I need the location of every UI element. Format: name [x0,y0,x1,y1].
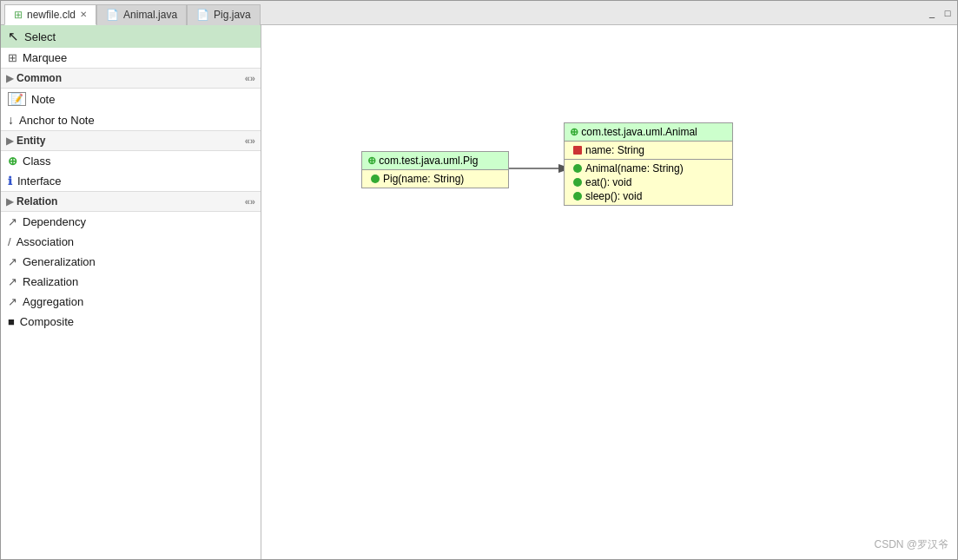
watermark: CSDN @罗汉爷 [874,537,948,552]
animal-constructor-visibility-icon [573,164,582,173]
animal-constructor: Animal(name: String) [570,161,727,175]
realization-label: Realization [23,275,78,288]
animal-field-name: name: String [570,143,727,157]
animal-eat-visibility-icon [573,178,582,187]
generalization-tool[interactable]: ↗ Generalization [1,252,261,272]
select-label: Select [24,30,56,43]
section-common-label: Common [17,72,62,84]
composite-icon: ■ [8,315,15,328]
sidebar: ↖ Select ⊞ Marquee ▶ Common «» 📝 Note [1,25,261,559]
section-common-fold-icon: ▶ [6,73,13,84]
window-controls: _ □ [926,7,954,19]
select-tool[interactable]: ↖ Select [1,25,261,48]
pig-constructor: Pig(name: String) [367,172,503,186]
association-icon: / [8,235,11,248]
tab-label-newfile: newfile.cld [27,9,76,21]
section-entity-fold-icon: ▶ [6,135,13,147]
animal-field-name-text: name: String [585,144,644,156]
pig-class-header: ⊕ com.test.java.uml.Pig [362,152,508,170]
grid-icon: ⊞ [14,9,23,21]
tab-close-newfile[interactable]: ✕ [80,10,87,19]
class-icon: ⊕ [8,155,17,168]
animal-class-icon: ⊕ [570,126,578,138]
pig-constructor-visibility-icon [371,175,380,183]
section-common-left: ▶ Common [6,72,62,84]
anchor-to-note-tool[interactable]: ↓ Anchor to Note [1,109,261,130]
title-bar: ⊞ newfile.cld ✕ 📄 Animal.java 📄 Pig.java… [1,1,957,25]
interface-icon: ℹ [8,175,12,188]
maximize-button[interactable]: □ [941,7,954,19]
section-entity-left: ▶ Entity [6,135,45,147]
pig-methods-section: Pig(name: String) [362,170,508,188]
tab-pig[interactable]: 📄 Pig.java [187,4,261,25]
section-relation-fold-icon: ▶ [6,196,13,208]
file-icon-pig: 📄 [196,9,209,21]
pig-class[interactable]: ⊕ com.test.java.uml.Pig Pig(name: String… [361,151,509,188]
marquee-label: Marquee [23,51,67,64]
interface-tool[interactable]: ℹ Interface [1,171,261,191]
tab-animal[interactable]: 📄 Animal.java [96,4,187,25]
minimize-button[interactable]: _ [926,7,938,19]
aggregation-label: Aggregation [23,295,83,308]
animal-class-name: com.test.java.uml.Animal [581,126,697,138]
cursor-icon: ↖ [8,29,19,44]
tab-newfile[interactable]: ⊞ newfile.cld ✕ [4,4,96,25]
interface-label: Interface [17,175,62,188]
animal-sleep-text: sleep(): void [585,190,642,202]
note-icon: 📝 [8,92,26,106]
canvas-content: ⊕ com.test.java.uml.Pig Pig(name: String… [261,25,957,559]
section-common-header[interactable]: ▶ Common «» [1,68,261,89]
animal-constructor-text: Animal(name: String) [585,162,684,175]
section-relation-left: ▶ Relation [6,195,57,208]
section-entity-label: Entity [17,135,45,147]
file-icon-animal: 📄 [106,9,119,21]
animal-methods-section: Animal(name: String) eat(): void sleep()… [565,160,732,205]
aggregation-tool[interactable]: ↗ Aggregation [1,292,261,312]
class-tool[interactable]: ⊕ Class [1,151,261,171]
association-tool[interactable]: / Association [1,232,261,252]
class-label: Class [23,155,51,168]
section-relation-header[interactable]: ▶ Relation «» [1,191,261,212]
composite-tool[interactable]: ■ Composite [1,312,261,332]
anchor-icon: ↓ [8,113,14,127]
section-relation-label: Relation [17,195,57,208]
note-tool[interactable]: 📝 Note [1,89,261,109]
marquee-tool[interactable]: ⊞ Marquee [1,48,261,68]
pig-constructor-text: Pig(name: String) [383,173,464,185]
note-label: Note [31,93,55,106]
aggregation-icon: ↗ [8,295,17,308]
animal-class-header: ⊕ com.test.java.uml.Animal [565,123,732,142]
animal-method-sleep: sleep(): void [570,189,727,203]
realization-icon: ↗ [8,275,17,288]
dependency-tool[interactable]: ↗ Dependency [1,212,261,232]
marquee-icon: ⊞ [8,51,17,64]
section-entity-collapse-icon: «» [245,135,255,146]
generalization-label: Generalization [23,255,96,268]
tab-bar: ⊞ newfile.cld ✕ 📄 Animal.java 📄 Pig.java [4,1,926,25]
animal-fields-section: name: String [565,142,732,160]
animal-eat-text: eat(): void [585,176,631,188]
generalization-icon: ↗ [8,255,17,268]
animal-field-visibility-icon [573,146,582,155]
watermark-text: CSDN @罗汉爷 [874,538,948,550]
pig-class-name: com.test.java.uml.Pig [379,155,478,167]
composite-label: Composite [20,315,74,328]
canvas-area[interactable]: ⊕ com.test.java.uml.Pig Pig(name: String… [261,25,957,559]
animal-method-eat: eat(): void [570,175,727,189]
realization-tool[interactable]: ↗ Realization [1,272,261,292]
app-window: ⊞ newfile.cld ✕ 📄 Animal.java 📄 Pig.java… [0,0,958,560]
dependency-icon: ↗ [8,215,17,228]
anchor-to-note-label: Anchor to Note [19,114,95,127]
section-common-collapse-icon: «» [245,73,255,83]
section-relation-collapse-icon: «» [245,196,255,207]
association-label: Association [17,235,74,248]
section-entity-header[interactable]: ▶ Entity «» [1,130,261,151]
tab-label-pig: Pig.java [214,9,251,21]
dependency-label: Dependency [23,215,86,228]
main-area: ↖ Select ⊞ Marquee ▶ Common «» 📝 Note [1,25,957,559]
tab-label-animal: Animal.java [123,9,177,21]
pig-class-icon: ⊕ [367,155,376,167]
animal-class[interactable]: ⊕ com.test.java.uml.Animal name: String … [564,122,733,206]
animal-sleep-visibility-icon [573,192,582,201]
